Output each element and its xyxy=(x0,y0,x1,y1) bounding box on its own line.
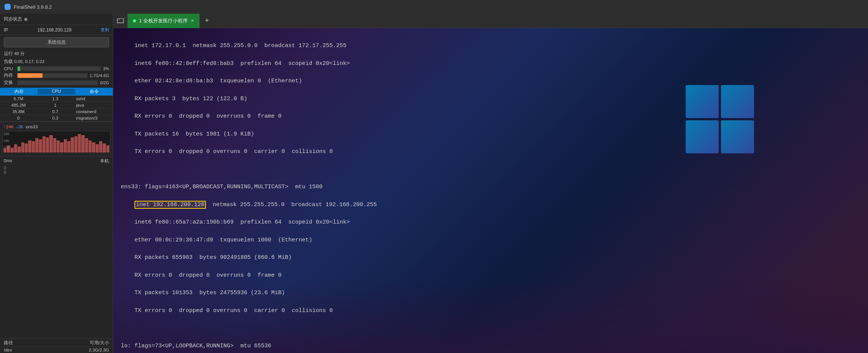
chart-bar xyxy=(106,145,109,153)
chart-bar xyxy=(96,144,99,153)
net-iface[interactable]: ens33 xyxy=(26,124,38,129)
net-up-label: ↑24K xyxy=(4,124,14,129)
proc-table-header: 内存 CPU 命令 xyxy=(0,88,113,96)
chart-label: 19K xyxy=(3,139,9,143)
chart-bar xyxy=(81,135,84,153)
path-header: 路径 可用/大小 xyxy=(0,339,113,347)
chart-bar xyxy=(99,141,102,153)
chart-bar xyxy=(89,140,92,153)
app-icon xyxy=(5,4,11,10)
ip-label: IP xyxy=(4,27,8,33)
chart-bar xyxy=(25,143,28,153)
chart-bar xyxy=(64,139,67,153)
proc-col-cmd[interactable]: 命令 xyxy=(75,89,113,95)
latency-row: 0 xyxy=(4,170,109,175)
terminal-line: TX errors 0 dropped 0 overruns 0 carrier… xyxy=(121,306,860,315)
proc-cpu: 0.3 xyxy=(37,116,74,120)
cpu-row: CPU 3% xyxy=(0,66,113,72)
tab-status-dot xyxy=(133,19,136,22)
mem-size: 1.7G/4.6G xyxy=(90,73,109,78)
sync-dot xyxy=(24,18,27,21)
proc-row: 35.8M 0.7 containerd xyxy=(0,109,113,115)
terminal-line xyxy=(121,324,860,333)
terminal-line-highlighted: inet 192.168.200.128 netmask 255.255.255… xyxy=(121,200,860,209)
chart-labels: 28K 19K 10K xyxy=(3,132,9,150)
runtime-stat: 运行 48 分 xyxy=(0,50,113,58)
sync-label: 同步状态 xyxy=(4,16,22,22)
net-chart: 28K 19K 10K xyxy=(2,131,111,154)
path-section: 路径 可用/大小 /dev 2.3G/2.3G xyxy=(0,338,113,353)
proc-rows: 6.7M 1.3 sshd 485.2M 1 java 35.8M 0.7 co… xyxy=(0,96,113,121)
folder-icon xyxy=(117,18,124,24)
latency-rows: 0 0 xyxy=(0,165,113,175)
terminal-line xyxy=(121,165,860,174)
sysinfo-button[interactable]: 系统信息 xyxy=(4,37,109,47)
terminal-line: ether 00:0c:29:36:47:d9 txqueuelen 1000 … xyxy=(121,236,860,244)
chart-bars xyxy=(3,131,110,153)
terminal-line: TX errors 0 dropped 0 overruns 0 carrier… xyxy=(121,147,860,156)
chart-bar xyxy=(103,143,106,153)
proc-cmd: java xyxy=(74,103,113,107)
size-col-label: 可用/大小 xyxy=(90,340,109,346)
chart-bar xyxy=(39,139,42,153)
path-row: /dev 2.3G/2.3G xyxy=(0,347,113,353)
tab-active[interactable]: 1 全栈开发医疗小程序 ✕ xyxy=(128,14,200,28)
tab-add-button[interactable]: + xyxy=(200,14,214,28)
latency-host: 本机 xyxy=(100,158,109,164)
latency-row: 0 xyxy=(4,165,109,170)
terminal-line: inet 172.17.0.1 netmask 255.255.0.0 broa… xyxy=(121,41,860,50)
proc-mem: 0 xyxy=(0,116,37,120)
tab-close-button[interactable]: ✕ xyxy=(191,18,194,23)
chart-bar xyxy=(92,142,95,153)
chart-bar xyxy=(17,147,21,153)
chart-bar xyxy=(60,142,63,153)
ip-value: 192.168.200.128 xyxy=(37,27,71,33)
proc-row: 0 0.3 migration/3 xyxy=(0,115,113,121)
latency-header: 0ms 本机 xyxy=(0,158,113,165)
chart-bar xyxy=(28,140,31,153)
chart-label: 10K xyxy=(3,146,9,150)
proc-mem: 6.7M xyxy=(0,96,37,101)
terminal-line: ether 02:42:8e:d8:ba:b3 txqueuelen 0 (Et… xyxy=(121,77,860,85)
proc-row: 485.2M 1 java xyxy=(0,102,113,109)
swap-label: 交换 xyxy=(4,80,15,85)
proc-col-mem[interactable]: 内存 xyxy=(0,89,38,95)
path-col-label: 路径 xyxy=(4,340,13,346)
chart-bar xyxy=(11,148,14,153)
chart-bar xyxy=(74,136,77,153)
proc-col-cpu[interactable]: CPU xyxy=(38,89,75,95)
terminal-line: RX errors 0 dropped 0 overruns 0 frame 0 xyxy=(121,271,860,280)
folder-button[interactable] xyxy=(113,14,128,28)
terminal-line: RX errors 0 dropped 0 overruns 0 frame 0 xyxy=(121,112,860,121)
terminal-line: inet6 fe80::65a7:a2a:190b:b69 prefixlen … xyxy=(121,218,860,227)
net-section: ↑24K ↓3K ens33 28K 19K 10K xyxy=(0,121,113,156)
ip-row: IP 192.168.200.128 复制 xyxy=(0,25,113,35)
proc-mem: 485.2M xyxy=(0,103,37,107)
chart-bar xyxy=(43,136,46,153)
chart-bar xyxy=(21,142,24,153)
terminal-content[interactable]: inet 172.17.0.1 netmask 255.255.0.0 broa… xyxy=(113,28,868,353)
net-down-label: ↓3K xyxy=(16,124,24,129)
terminal-output[interactable]: inet 172.17.0.1 netmask 255.255.0.0 broa… xyxy=(113,28,868,353)
chart-bar xyxy=(14,144,17,153)
sync-status: 同步状态 xyxy=(0,14,113,25)
cpu-label: CPU xyxy=(4,66,15,71)
terminal-line: RX packets 3 bytes 122 (122.0 B) xyxy=(121,95,860,103)
proc-cmd: containerd xyxy=(74,109,113,114)
swap-progress-bar xyxy=(17,80,98,85)
chart-bar xyxy=(57,140,60,153)
proc-row: 6.7M 1.3 sshd xyxy=(0,96,113,102)
tab-bar: 1 全栈开发医疗小程序 ✕ + xyxy=(113,14,868,28)
cpu-progress-fill xyxy=(17,66,20,71)
titlebar: FinalShell 3.9.8.2 xyxy=(0,0,868,14)
copy-button[interactable]: 复制 xyxy=(101,27,109,33)
terminal-line: lo: flags=73<UP,LOOPBACK,RUNNING> mtu 65… xyxy=(121,342,860,350)
chart-bar xyxy=(32,141,35,153)
highlight-inet: inet 192.168.200.128 xyxy=(134,201,206,209)
chart-bar xyxy=(49,135,52,153)
mem-row: 内存 1.7G/4.6G xyxy=(0,72,113,79)
chart-bar xyxy=(78,134,81,153)
proc-cmd: migration/3 xyxy=(74,116,113,120)
chart-bar xyxy=(71,137,74,153)
mem-progress-bar xyxy=(17,73,87,78)
